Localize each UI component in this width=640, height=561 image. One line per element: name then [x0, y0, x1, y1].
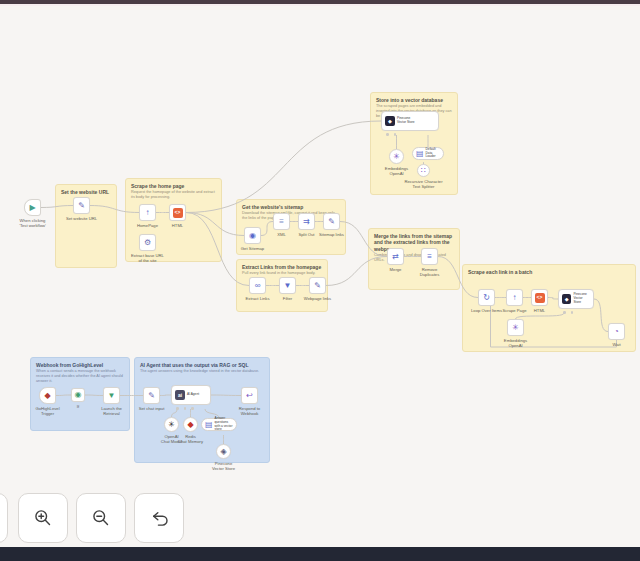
node-label: Redis Chat Memory [159, 434, 223, 445]
pencil-icon: ✎ [328, 218, 335, 226]
sub-connector-dots [176, 407, 194, 410]
embeddings-icon: ✳ [512, 324, 519, 332]
zoom-in-button[interactable] [18, 493, 68, 543]
pencil-icon: ✎ [314, 282, 321, 290]
node-html_home[interactable]: <> [169, 204, 186, 221]
loader-icon: ▤ [416, 150, 424, 158]
node-filter_msg[interactable]: ▼ [103, 387, 120, 404]
node-inner-label: AI Agent [187, 393, 199, 397]
loop-icon: ↻ [483, 294, 490, 302]
node-trigger[interactable]: ▶ [24, 199, 41, 216]
gear-icon: ⚙ [144, 239, 151, 247]
http-request-icon: ↑ [513, 294, 517, 302]
node-wait[interactable]: ◔ [608, 323, 625, 340]
node-set_links[interactable]: ✎ [309, 277, 326, 294]
node-splitter_main[interactable]: ∷ [417, 164, 430, 177]
node-agent[interactable]: aiAI Agent [171, 385, 211, 405]
database-icon: ◆ [562, 294, 571, 304]
note-title: Scrape the home page [131, 183, 216, 189]
node-label: Get Sitemap [221, 246, 285, 251]
bottom-window-bar [0, 547, 640, 561]
reply-icon: ↩ [246, 392, 253, 400]
node-dedupe[interactable]: ≡ [421, 248, 438, 265]
crm-trigger-icon: ◆ [44, 392, 50, 400]
undo-button[interactable] [134, 493, 184, 543]
node-inner-label: Pinecone Vector Store [573, 293, 590, 305]
node-if_node[interactable]: ◉ [71, 388, 85, 402]
magnifier-plus-icon [30, 505, 56, 531]
note-title: Set the website URL [61, 189, 111, 195]
node-label: Wait [585, 342, 640, 347]
magnifier-minus-icon [88, 505, 114, 531]
node-label: Embeddings OpenAI [484, 338, 548, 349]
node-inner-label: Answer questions with a vector store [215, 417, 233, 432]
pencil-icon: ✎ [78, 202, 85, 210]
node-xml[interactable]: ≡ [273, 213, 290, 230]
node-vstool[interactable]: ▤Answer questions with a vector store [201, 418, 237, 431]
node-vs_tool_db[interactable]: ◈ [216, 444, 231, 459]
note-title: Scrape each link in a batch [468, 269, 630, 275]
play-trigger-icon: ▶ [29, 204, 35, 212]
document-icon: ≡ [279, 218, 284, 226]
sub-connector-dots [386, 133, 396, 136]
node-chat_model[interactable]: ✳ [164, 417, 179, 432]
vector-tool-icon: ▤ [205, 421, 213, 429]
openai-icon: ✳ [168, 421, 175, 429]
node-emb_batch[interactable]: ✳ [507, 319, 524, 336]
note-title: AI Agent that uses the output via RAG or… [140, 362, 264, 368]
node-extract_links[interactable]: ∞ [249, 277, 266, 294]
note-title: Extract Links from the homepage [242, 264, 322, 270]
edge-partial-button[interactable] [0, 493, 8, 543]
node-label: HTML [146, 223, 210, 228]
node-label: Set website URL [50, 216, 114, 221]
note-title: Get the website's sitemap [242, 204, 340, 210]
node-gh_trigger[interactable]: ◆ [39, 387, 56, 404]
node-http_page[interactable]: ↑ [506, 289, 523, 306]
node-loop[interactable]: ↻ [478, 289, 495, 306]
node-html_page[interactable]: <> [531, 289, 548, 306]
node-label: Extract base URL of the site [116, 253, 180, 264]
node-inner-label: Pinecone Vector Store [397, 117, 415, 125]
node-merge[interactable]: ⇄ [387, 248, 404, 265]
undo-arrow-icon [146, 505, 172, 531]
embeddings-icon: ✳ [393, 153, 400, 161]
node-set_chat[interactable]: ✎ [143, 387, 160, 404]
memory-icon: ◆ [187, 421, 193, 429]
pencil-icon: ✎ [148, 392, 155, 400]
node-vs_main[interactable]: ◆Pinecone Vector Store [381, 111, 439, 131]
node-code_base[interactable]: ⚙ [139, 234, 156, 251]
if-icon: ◉ [75, 391, 82, 399]
note-merge[interactable]: Merge the links from the sitemap and the… [368, 228, 460, 290]
node-label: Respond to Webhook [218, 406, 282, 417]
node-set_sitemap[interactable]: ✎ [323, 213, 340, 230]
node-label: Sitemap links [300, 232, 364, 237]
node-vs_batch[interactable]: ◆Pinecone Vector Store [558, 289, 594, 309]
remove-duplicates-icon: ≡ [427, 253, 432, 261]
http-request-icon: ↑ [146, 209, 150, 217]
split-out-icon: ⇉ [303, 218, 310, 226]
node-respond[interactable]: ↩ [241, 387, 258, 404]
note-description: The agent answers using the knowledge st… [140, 369, 264, 374]
node-split_sitemap[interactable]: ⇉ [298, 213, 315, 230]
note-description: Pull every link found in the homepage bo… [242, 271, 322, 276]
funnel-icon: ▼ [108, 392, 116, 400]
note-title: Webhook from GoHighLevel [36, 362, 124, 368]
robot-icon: ai [175, 390, 185, 400]
node-set_url[interactable]: ✎ [73, 197, 90, 214]
note-description: Request the homepage of the website and … [131, 190, 216, 200]
note-description: Combine both lists and drop the duplicat… [374, 253, 454, 263]
node-filter_links[interactable]: ▼ [279, 277, 296, 294]
note-title: Store into a vector database [376, 97, 452, 103]
node-memory[interactable]: ◆ [183, 417, 198, 432]
node-label: Remove Duplicates [398, 267, 462, 278]
merge-icon: ⇄ [392, 253, 399, 261]
html-icon: <> [173, 208, 183, 218]
node-loader[interactable]: ▤Default Data Loader [412, 147, 444, 160]
note-description: When a contact sends a message the webho… [36, 369, 124, 384]
database-icon: ◈ [220, 448, 226, 456]
workflow-canvas[interactable]: Set the website URLScrape the home pageR… [0, 0, 640, 561]
node-http_home[interactable]: ↑ [139, 204, 156, 221]
node-emb_main[interactable]: ✳ [389, 149, 404, 164]
node-inner-label: Default Data Loader [426, 148, 440, 160]
zoom-out-button[interactable] [76, 493, 126, 543]
